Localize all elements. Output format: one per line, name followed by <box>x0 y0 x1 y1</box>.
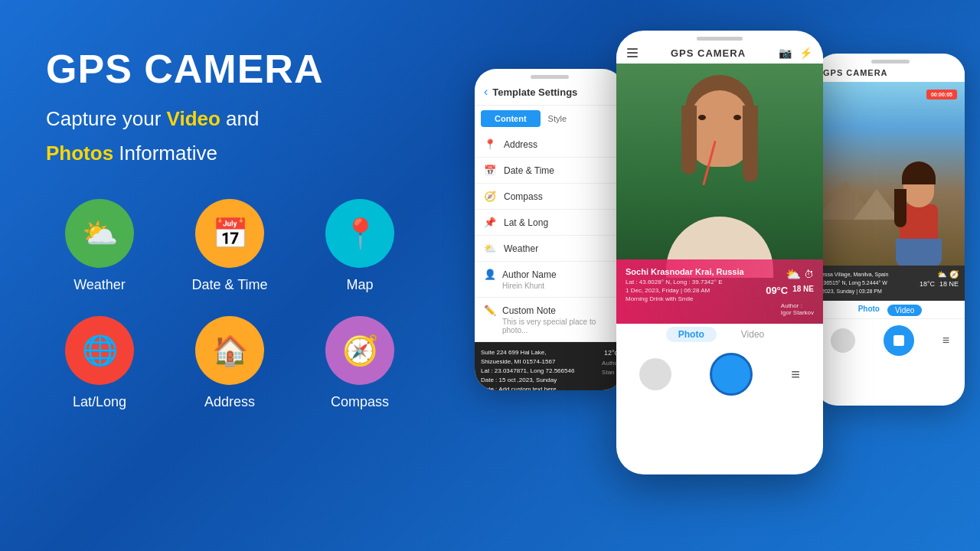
tab-content[interactable]: Content <box>481 110 541 127</box>
location-info: Sochi Krasnodar Krai, Russia Lat : 43.60… <box>626 267 766 302</box>
weather-wind-info: ⛅ ⏱ 09°C 18 NE Author : Igor Starkov <box>766 267 814 316</box>
wind-direction: 18 NE <box>792 285 814 296</box>
flash-icon[interactable]: ⚡ <box>799 47 812 59</box>
right-stop-button[interactable] <box>884 325 914 356</box>
menu-weather-label: Weather <box>504 243 538 254</box>
location-date: 1 Dec, 2023, Friday | 06:28 AM <box>626 287 766 294</box>
camera-header: GPS CAMERA 📷 ⚡ <box>616 41 823 64</box>
tab-style[interactable]: Style <box>541 110 574 127</box>
menu-item-compass[interactable]: 🧭 Compass <box>475 184 624 210</box>
weather-row: ⛅ ⏱ <box>786 267 814 282</box>
date-time-label: Date & Time <box>191 277 267 293</box>
address-icon: 🏠 <box>212 334 248 367</box>
feature-compass: 🧭 Compass <box>306 316 413 410</box>
compass-icon: 🧭 <box>342 334 378 367</box>
preview-line2: Shizueside, MI 01574-1567 <box>481 357 574 367</box>
template-settings-title: Template Settings <box>492 86 577 98</box>
hamburger-icon[interactable] <box>627 48 638 57</box>
preview-line1: Suite 224 699 Hal Lake, <box>481 348 574 357</box>
weather-temp: 09°C <box>766 285 788 296</box>
capture-button[interactable] <box>710 353 753 396</box>
date-time-menu-icon: 📅 <box>484 165 496 176</box>
menu-item-author[interactable]: 👤 Author Name Hirein Khunt <box>475 262 624 298</box>
right-tab-video[interactable]: Video <box>887 305 922 316</box>
compass-label: Compass <box>331 394 389 410</box>
tagline-video: Video <box>167 107 220 130</box>
menu-item-weather[interactable]: ⛅ Weather <box>475 236 624 262</box>
tagline-line2: Photos Informative <box>46 139 444 168</box>
right-weather-temp: 18°C <box>920 280 935 288</box>
menu-item-date-time[interactable]: 📅 Date & Time <box>475 158 624 184</box>
compass-icon-circle: 🧭 <box>325 316 394 385</box>
menu-author-label: Author Name <box>502 269 557 280</box>
tab-video[interactable]: Video <box>732 327 773 342</box>
preview-author: AuthoStan <box>602 359 618 377</box>
compass-menu-icon: 🧭 <box>484 191 496 202</box>
preview-date: Date : 15 oct ,2023, Sunday <box>481 376 574 385</box>
tagline-line1: Capture your Video and <box>46 104 444 134</box>
address-icon-circle: 🏠 <box>195 316 264 385</box>
tagline-photos: Photos <box>46 142 113 165</box>
map-label: Map <box>346 277 373 293</box>
main-phone: GPS CAMERA 📷 ⚡ <box>616 31 823 474</box>
recording-badge: 00:00:05 <box>926 90 957 99</box>
weather-menu-icon: ⛅ <box>484 243 496 254</box>
menu-compass-label: Compass <box>504 191 543 202</box>
right-compass-icon: 🧭 <box>949 270 959 279</box>
menu-item-custom-note[interactable]: ✏️ Custom Note This is very special plac… <box>475 298 624 342</box>
map-icon-circle: 📍 <box>325 199 394 268</box>
camera-controls: ≡ <box>616 344 823 405</box>
location-city: Sochi Krasnodar Krai, Russia <box>626 267 766 276</box>
lat-long-label: Lat/Long <box>73 394 126 410</box>
main-camera-title: GPS CAMERA <box>671 47 746 59</box>
features-grid: ⛅ Weather 📅 Date & Time 📍 Map 🌐 Lat/Long… <box>46 199 444 410</box>
right-gallery-button[interactable] <box>831 328 855 353</box>
app-title: GPS CAMERA <box>46 46 444 92</box>
feature-lat-long: 🌐 Lat/Long <box>46 316 153 410</box>
weather-icon-circle: ⛅ <box>65 199 134 268</box>
lat-long-icon: 🌐 <box>82 334 118 367</box>
tagline-part3: Informative <box>113 142 217 165</box>
menu-address-label: Address <box>504 139 537 150</box>
template-tabs: Content Style <box>481 110 618 127</box>
tab-photo[interactable]: Photo <box>666 327 717 342</box>
lat-long-icon-circle: 🌐 <box>65 316 134 385</box>
camera-action-icons: 📷 ⚡ <box>779 47 812 59</box>
phones-section: ‹ Template Settings Content Style 📍 Addr… <box>475 8 965 474</box>
menu-custom-note-label: Custom Note <box>502 305 556 316</box>
lat-long-menu-icon: 📌 <box>484 217 496 228</box>
preview-lat: Lat : 23.0347871, Long 72.566546 <box>481 367 574 376</box>
location-note: Morning Drink with Smile <box>626 295 766 302</box>
settings-lines-icon[interactable]: ≡ <box>791 366 800 383</box>
right-tab-photo[interactable]: Photo <box>858 305 880 316</box>
right-location-date: 2023, Sunday | 03:28 PM <box>822 287 888 295</box>
location-overlay: Sochi Krasnodar Krai, Russia Lat : 43.60… <box>616 259 823 324</box>
main-viewfinder: Sochi Krasnodar Krai, Russia Lat : 43.60… <box>616 64 823 324</box>
menu-date-time-label: Date & Time <box>504 165 554 176</box>
tagline-part2: and <box>220 107 260 130</box>
weather-cloud-icon: ⛅ <box>786 267 801 282</box>
gallery-button[interactable] <box>639 358 671 390</box>
right-location-coords: -36515° N, Long 5.2444° W <box>822 279 888 287</box>
right-weather-cloud-icon: ⛅ <box>937 270 946 279</box>
stop-icon <box>893 335 904 346</box>
right-settings-icon[interactable]: ≡ <box>942 334 949 347</box>
photo-video-tabs: Photo Video <box>616 324 823 344</box>
custom-note-menu-icon: ✏️ <box>484 305 496 316</box>
menu-item-address[interactable]: 📍 Address <box>475 132 624 158</box>
template-header: ‹ Template Settings <box>475 79 624 106</box>
feature-date-time: 📅 Date & Time <box>176 199 283 293</box>
menu-item-lat-long[interactable]: 📌 Lat & Long <box>475 210 624 236</box>
author-menu-icon: 👤 <box>484 269 496 280</box>
right-camera-controls: ≡ <box>815 319 965 362</box>
weather-label: Weather <box>74 277 126 293</box>
template-preview: Suite 224 699 Hal Lake, Shizueside, MI 0… <box>475 342 624 390</box>
template-phone: ‹ Template Settings Content Style 📍 Addr… <box>475 69 624 390</box>
right-camera-header: GPS CAMERA <box>815 64 965 82</box>
author-info: Author : Igor Starkov <box>781 302 814 316</box>
date-time-icon: 📅 <box>212 217 248 250</box>
back-arrow-icon[interactable]: ‹ <box>484 85 488 99</box>
right-wind: 18 NE <box>939 280 959 288</box>
right-photo-video-tabs: Photo Video <box>815 301 965 319</box>
camera-switch-icon[interactable]: 📷 <box>779 47 792 59</box>
